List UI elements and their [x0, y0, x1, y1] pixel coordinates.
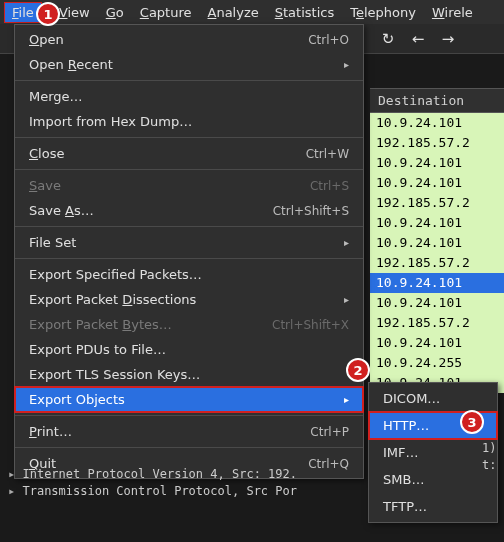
menu-item-export-specified-packets[interactable]: Export Specified Packets…	[15, 262, 363, 287]
separator	[15, 226, 363, 227]
column-header-destination[interactable]: Destination	[370, 88, 504, 113]
table-row[interactable]: 10.9.24.101	[370, 173, 504, 193]
table-row[interactable]: 10.9.24.101	[370, 233, 504, 253]
table-row[interactable]: 10.9.24.101	[370, 273, 504, 293]
menu-item-print[interactable]: Print…Ctrl+P	[15, 419, 363, 444]
table-row[interactable]: 10.9.24.255	[370, 353, 504, 373]
packet-table[interactable]: Destination 10.9.24.101192.185.57.210.9.…	[370, 88, 504, 393]
refresh-icon[interactable]: ↻	[380, 30, 396, 48]
back-icon[interactable]: ←	[410, 30, 426, 48]
menu-item-file-set[interactable]: File Set▸	[15, 230, 363, 255]
separator	[15, 447, 363, 448]
menu-item-close[interactable]: CloseCtrl+W	[15, 141, 363, 166]
callout-badge-2: 2	[346, 358, 370, 382]
table-row[interactable]: 10.9.24.101	[370, 153, 504, 173]
menu-item-export-tls-session-keys[interactable]: Export TLS Session Keys…	[15, 362, 363, 387]
menu-capture[interactable]: Capture	[132, 2, 200, 23]
callout-badge-3: 3	[460, 410, 484, 434]
packet-details[interactable]: Internet Protocol Version 4, Src: 192.Tr…	[2, 462, 502, 504]
table-row[interactable]: 192.185.57.2	[370, 133, 504, 153]
menubar: FiletViewGoCaptureAnalyzeStatisticsTelep…	[0, 0, 504, 24]
menu-item-open[interactable]: OpenCtrl+O	[15, 27, 363, 52]
menu-analyze[interactable]: Analyze	[200, 2, 267, 23]
table-row[interactable]: 10.9.24.101	[370, 293, 504, 313]
menu-go[interactable]: Go	[98, 2, 132, 23]
chevron-right-icon: ▸	[344, 394, 349, 405]
menu-item-save: SaveCtrl+S	[15, 173, 363, 198]
table-row[interactable]: 192.185.57.2	[370, 193, 504, 213]
callout-badge-1: 1	[36, 2, 60, 26]
chevron-right-icon: ▸	[344, 294, 349, 305]
table-row[interactable]: 192.185.57.2	[370, 253, 504, 273]
separator	[15, 80, 363, 81]
menu-item-export-pdus-to-file[interactable]: Export PDUs to File…	[15, 337, 363, 362]
table-row[interactable]: 10.9.24.101	[370, 113, 504, 133]
table-row[interactable]: 10.9.24.101	[370, 213, 504, 233]
menu-item-open-recent[interactable]: Open Recent▸	[15, 52, 363, 77]
menu-item-export-packet-bytes: Export Packet Bytes…Ctrl+Shift+X	[15, 312, 363, 337]
menu-item-save-as[interactable]: Save As…Ctrl+Shift+S	[15, 198, 363, 223]
separator	[15, 137, 363, 138]
detail-line[interactable]: Internet Protocol Version 4, Src: 192.	[8, 466, 496, 483]
detail-line[interactable]: Transmission Control Protocol, Src Por	[8, 483, 496, 500]
separator	[15, 258, 363, 259]
forward-icon[interactable]: →	[440, 30, 456, 48]
table-row[interactable]: 10.9.24.101	[370, 333, 504, 353]
menu-telephony[interactable]: Telephony	[342, 2, 424, 23]
menu-wirele[interactable]: Wirele	[424, 2, 481, 23]
separator	[15, 415, 363, 416]
chevron-right-icon: ▸	[344, 237, 349, 248]
menu-item-import-from-hex-dump[interactable]: Import from Hex Dump…	[15, 109, 363, 134]
menu-item-export-objects[interactable]: Export Objects▸	[15, 387, 363, 412]
menu-item-export-packet-dissections[interactable]: Export Packet Dissections▸	[15, 287, 363, 312]
chevron-right-icon: ▸	[344, 59, 349, 70]
file-menu: OpenCtrl+OOpen Recent▸Merge…Import from …	[14, 24, 364, 479]
menu-item-merge[interactable]: Merge…	[15, 84, 363, 109]
submenu-item-dicom[interactable]: DICOM…	[369, 385, 497, 412]
menu-statistics[interactable]: Statistics	[267, 2, 342, 23]
table-row[interactable]: 192.185.57.2	[370, 313, 504, 333]
separator	[15, 169, 363, 170]
